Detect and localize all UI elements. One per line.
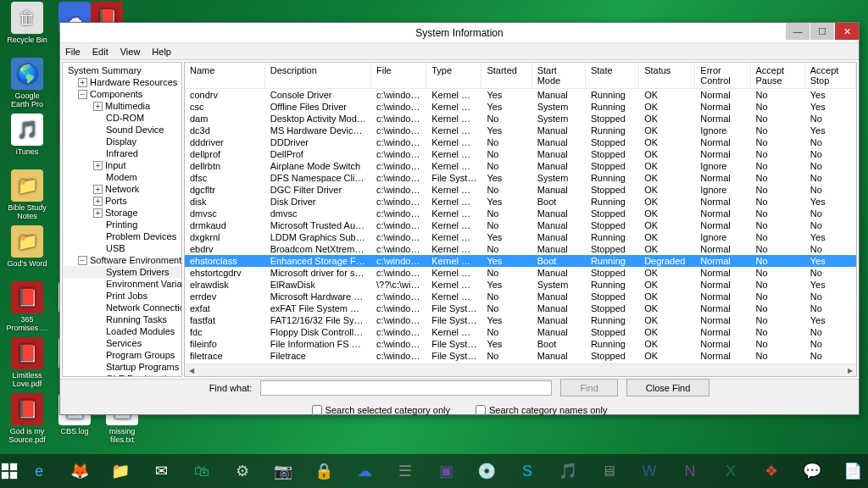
expand-icon[interactable]: + [93, 102, 103, 111]
column-header[interactable]: Status [639, 63, 695, 88]
taskbar-mail-icon[interactable]: ✉ [141, 454, 181, 488]
close-button[interactable]: ✕ [835, 23, 859, 40]
tree-node[interactable]: +Multimedia [63, 100, 181, 112]
table-row[interactable]: dellrbtnAirplane Mode Switchc:\windows\s… [185, 160, 856, 172]
close-find-button[interactable]: Close Find [626, 379, 710, 396]
tree-node[interactable]: Infrared [63, 147, 181, 159]
menu-file[interactable]: File [65, 47, 81, 57]
menu-view[interactable]: View [120, 47, 141, 57]
tree-node[interactable]: −Components [63, 88, 181, 100]
expand-icon[interactable]: + [93, 185, 103, 194]
search-category-names-checkbox[interactable]: Search category names only [476, 405, 607, 415]
scroll-left-icon[interactable]: ◀ [185, 364, 198, 377]
desktop-icon[interactable]: 📕365 Promises … [5, 281, 49, 332]
grid-header[interactable]: NameDescriptionFileTypeStartedStart Mode… [185, 63, 856, 89]
maximize-button[interactable]: ☐ [810, 23, 834, 40]
column-header[interactable]: Accept Pause [751, 63, 805, 88]
taskbar-ie-icon[interactable]: e [19, 454, 59, 488]
taskbar-store-icon[interactable]: 🛍 [181, 454, 222, 488]
column-header[interactable]: File [371, 63, 426, 88]
table-row[interactable]: diskDisk Driverc:\windows\s…Kernel Drive… [185, 196, 856, 208]
taskbar-excel-icon[interactable]: X [710, 454, 751, 488]
table-row[interactable]: damDesktop Activity Moderator D…c:\windo… [185, 113, 856, 125]
tree-node[interactable]: +Network [63, 183, 181, 195]
tree-node[interactable]: CD-ROM [63, 112, 181, 124]
taskbar-camera-icon[interactable]: 📷 [263, 454, 303, 488]
tree-node[interactable]: USB [63, 242, 181, 254]
table-row[interactable]: dfscDFS Namespace Client Driverc:\window… [185, 172, 856, 184]
tree-node[interactable]: OLE Registration [63, 373, 181, 377]
taskbar-reader-icon[interactable]: 📄 [832, 454, 868, 488]
expand-icon[interactable]: + [93, 208, 103, 218]
menu-edit[interactable]: Edit [92, 47, 108, 57]
find-button[interactable]: Find [560, 379, 617, 396]
expand-icon[interactable]: + [93, 197, 103, 206]
expand-icon[interactable]: + [93, 161, 103, 170]
tree-node[interactable]: Loaded Modules [63, 325, 181, 337]
tree-node[interactable]: +Hardware Resources [63, 76, 181, 88]
table-row[interactable]: condrvConsole Driverc:\windows\s…Kernel … [185, 89, 856, 101]
tree-node[interactable]: Print Jobs [63, 290, 181, 302]
desktop-icon[interactable]: 🎵iTunes [5, 114, 49, 156]
table-row[interactable]: cscOffline Files Driverc:\windows\s…Kern… [185, 101, 856, 113]
minimize-button[interactable]: — [786, 23, 810, 40]
taskbar-taskview-icon[interactable]: ☰ [385, 454, 426, 488]
taskbar-skype-icon[interactable]: S [507, 454, 548, 488]
tree-node[interactable]: Modem [63, 171, 181, 183]
table-row[interactable]: exfatexFAT File System Driverc:\windows\… [185, 302, 856, 314]
table-row[interactable]: dgcfltrDGC Filter Driverc:\windows\s…Ker… [185, 184, 856, 196]
taskbar-music-icon[interactable]: 🎵 [548, 454, 588, 488]
tree-node[interactable]: −Software Environment [63, 254, 181, 266]
tree-node[interactable]: Services [63, 337, 181, 349]
find-input[interactable] [260, 380, 552, 396]
table-row[interactable]: dc3dMS Hardware Device Detectio…c:\windo… [185, 125, 856, 136]
tree-node[interactable]: Sound Device [63, 124, 181, 136]
tree-node[interactable]: Startup Programs [63, 361, 181, 373]
tree-node[interactable]: System Drivers [63, 266, 181, 278]
table-row[interactable]: errdevMicrosoft Hardware Error Dev…c:\wi… [185, 291, 856, 302]
titlebar[interactable]: System Information — ☐ ✕ [60, 23, 859, 43]
expand-icon[interactable]: − [78, 90, 87, 99]
category-tree[interactable]: System Summary+Hardware Resources−Compon… [62, 62, 182, 377]
column-header[interactable]: Started [481, 63, 531, 88]
table-row[interactable]: elrawdiskElRawDisk\??\c:\windo…Kernel Dr… [185, 279, 856, 291]
taskbar-settings-icon[interactable]: ⚙ [222, 454, 263, 488]
menu-help[interactable]: Help [152, 47, 171, 57]
table-row[interactable]: filetraceFiletracec:\windows\s…File Syst… [185, 350, 856, 362]
taskbar-firefox-icon[interactable]: 🦊 [59, 454, 100, 488]
table-row[interactable]: ehstortcgdrvMicrosoft driver for storage… [185, 267, 856, 279]
tree-node[interactable]: Running Tasks [63, 313, 181, 325]
search-selected-checkbox[interactable]: Search selected category only [312, 405, 450, 415]
table-row[interactable]: ebdrvBroadcom NetXtreme II 10 Gig…c:\win… [185, 243, 856, 255]
taskbar-sysinfo-icon[interactable]: 🖥 [588, 454, 629, 488]
desktop-icon[interactable]: 📕Limitless Love.pdf [5, 337, 49, 388]
tree-node[interactable]: Program Groups [63, 349, 181, 361]
scroll-right-icon[interactable]: ▶ [843, 364, 856, 377]
taskbar-weather-icon[interactable]: ☁ [344, 454, 385, 488]
tree-node[interactable]: Display [63, 136, 181, 147]
tree-node[interactable]: +Input [63, 159, 181, 171]
tree-node[interactable]: System Summary [63, 64, 181, 76]
table-row[interactable]: fdcFloppy Disk Controller Driverc:\windo… [185, 326, 856, 338]
table-row[interactable]: fileinfoFile Information FS MiniFilterc:… [185, 338, 856, 350]
tree-node[interactable]: Network Connections [63, 302, 181, 313]
table-row[interactable]: fastfatFAT12/16/32 File System Driverc:\… [185, 314, 856, 326]
expand-icon[interactable]: − [78, 256, 87, 265]
tree-node[interactable]: +Ports [63, 195, 181, 207]
taskbar-media-icon[interactable]: 💿 [466, 454, 507, 488]
tree-node[interactable]: Printing [63, 219, 181, 230]
expand-icon[interactable]: + [78, 78, 87, 87]
table-row[interactable]: dxgkrnlLDDM Graphics Subsystemc:\windows… [185, 231, 856, 243]
table-row[interactable]: ehstorclassEnhanced Storage Filter Drive… [185, 255, 856, 267]
tree-node[interactable]: Problem Devices [63, 230, 181, 242]
taskbar-security-icon[interactable]: 🔒 [303, 454, 344, 488]
tree-node[interactable]: Environment Variables [63, 278, 181, 290]
desktop-icon[interactable]: 🌎Google Earth Pro [5, 58, 49, 108]
taskbar-word-icon[interactable]: W [629, 454, 670, 488]
table-row[interactable]: dmvscdmvscc:\windows\s…Kernel DriverNoMa… [185, 208, 856, 219]
column-header[interactable]: Error Control [695, 63, 750, 88]
table-row[interactable]: drmkaudMicrosoft Trusted Audio Driversc:… [185, 219, 856, 231]
taskbar-app2-icon[interactable]: ❖ [751, 454, 792, 488]
horizontal-scrollbar[interactable]: ◀ ▶ [185, 363, 856, 376]
column-header[interactable]: Type [426, 63, 481, 88]
